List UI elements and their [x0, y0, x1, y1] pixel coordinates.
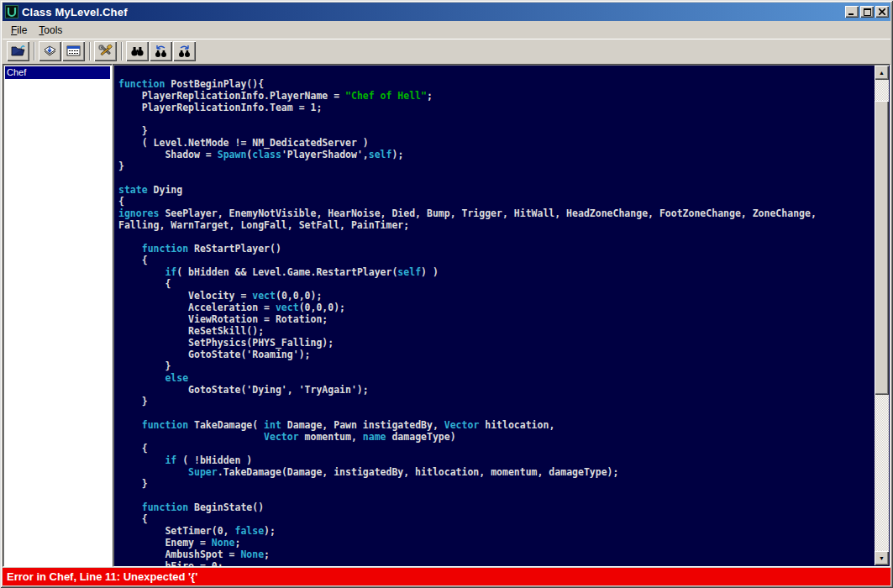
maximize-button[interactable] [860, 6, 874, 18]
close-icon [879, 8, 885, 15]
status-bar: Error in Chef, Line 11: Unexpected '{' [3, 568, 890, 585]
window-controls [843, 6, 889, 18]
class-list[interactable]: Chef [3, 64, 113, 567]
compile-all-button[interactable] [62, 41, 85, 61]
code-lines[interactable]: function PostBeginPlay(){ PlayerReplicat… [115, 65, 874, 566]
scroll-up-icon: ▲ [879, 66, 885, 80]
main-area: Chef function PostBeginPlay(){ PlayerRep… [3, 62, 890, 567]
menu-bar: File Tools [3, 21, 890, 39]
binoculars-back-icon [154, 45, 168, 58]
menu-item-tools[interactable]: Tools [33, 23, 68, 38]
binoculars-next-icon [177, 45, 192, 58]
code-editor[interactable]: function PostBeginPlay(){ PlayerReplicat… [113, 64, 890, 567]
minimize-button[interactable] [845, 6, 859, 18]
close-button[interactable] [875, 6, 889, 18]
scroll-up-button[interactable]: ▲ [875, 66, 889, 80]
scroll-down-button[interactable]: ▼ [875, 551, 889, 565]
vertical-scrollbar: ▲ ▼ [875, 66, 889, 565]
class-list-item-chef[interactable]: Chef [5, 66, 110, 79]
window-title: Class MyLevel.Chef [22, 6, 843, 18]
tools-icon [98, 45, 113, 58]
unreal-icon [5, 5, 18, 18]
toolbar-separator [34, 42, 35, 60]
script-editor-window: Class MyLevel.Chef File Tools [0, 0, 893, 588]
compile-changed-button[interactable] [39, 41, 61, 61]
tools-button[interactable] [94, 41, 117, 61]
maximize-icon [864, 8, 871, 16]
title-bar[interactable]: Class MyLevel.Chef [3, 3, 890, 21]
minimize-icon [848, 8, 855, 16]
toolbar [3, 39, 890, 62]
folder-open-icon [11, 45, 26, 57]
scrollbar-thumb[interactable] [875, 101, 889, 395]
scrollbar-track[interactable] [875, 80, 889, 551]
binoculars-icon [130, 45, 144, 57]
toolbar-separator [89, 42, 91, 60]
find-previous-button[interactable] [150, 41, 172, 61]
scroll-down-icon: ▼ [879, 551, 885, 565]
menu-item-file[interactable]: File [5, 23, 33, 38]
compile-changed-icon [43, 45, 57, 57]
error-message: Error in Chef, Line 11: Unexpected '{' [7, 570, 197, 583]
find-button[interactable] [126, 41, 149, 61]
open-button[interactable] [7, 41, 29, 61]
toolbar-separator [121, 42, 123, 60]
compile-all-icon [66, 45, 81, 57]
find-next-button[interactable] [173, 41, 196, 61]
